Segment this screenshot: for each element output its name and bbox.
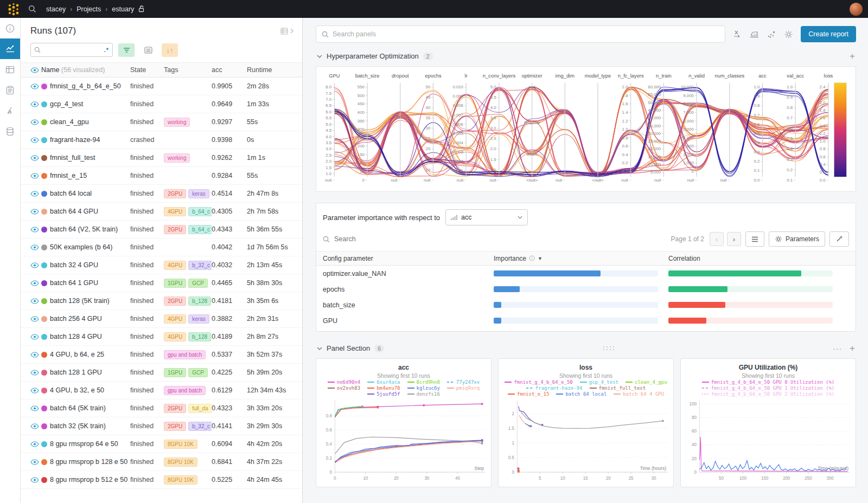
sidebar-item-workspace[interactable] [0, 38, 20, 59]
visibility-eye-icon[interactable] [30, 209, 41, 215]
table-row[interactable]: fmnist_e_15finished0.928455s [21, 167, 302, 185]
visibility-eye-icon[interactable] [30, 280, 41, 286]
sidebar-item-sweeps[interactable] [0, 100, 20, 121]
visibility-eye-icon[interactable] [30, 477, 41, 483]
metric-dropdown[interactable]: acc [445, 209, 528, 225]
legend-item[interactable]: fmnist_g_4_b_64_e_50 GPU 0 Utilization (… [702, 379, 835, 385]
table-row[interactable]: batch 64 4 GPUfinished4GPUb_64_c0.43052h… [21, 203, 302, 221]
sidebar-item-overview[interactable] [0, 18, 20, 38]
importance-row[interactable]: epochs [316, 281, 856, 297]
column-header-runtime[interactable]: Runtime [247, 66, 302, 74]
run-name[interactable]: fragrant-haze-94 [50, 136, 130, 144]
run-name[interactable]: batch 64 (5K train) [50, 404, 130, 412]
run-name[interactable]: 50K examples (b 64) [50, 243, 130, 251]
legend-item[interactable]: clean_4_gpu [626, 379, 667, 385]
legend-item[interactable]: fmnist_g_4_b_64_e_50 GPU 2 Utilization (… [702, 391, 835, 397]
legend-item[interactable]: gcp_4_test [580, 379, 618, 385]
visibility-eye-icon[interactable] [30, 423, 41, 429]
run-name[interactable]: 8 gpu rmsprop 64 e 50 [50, 440, 130, 448]
run-name[interactable]: batch 128 4 GPU [50, 333, 130, 340]
table-row[interactable]: 8 gpu rmsprop b 128 e 50finished8GPU 10K… [21, 453, 302, 471]
visibility-eye-icon[interactable] [30, 352, 41, 358]
table-row[interactable]: batch 256 4 GPUfinished4GPUkeras0.38822h… [21, 310, 302, 328]
sidebar-item-table[interactable] [0, 59, 20, 80]
column-header-acc[interactable]: acc [212, 66, 247, 74]
visibility-eye-icon[interactable] [30, 191, 41, 197]
visibility-eye-icon[interactable] [30, 173, 41, 179]
visibility-eye-icon[interactable] [30, 101, 41, 107]
nav-search-icon[interactable] [28, 5, 36, 13]
column-header-importance[interactable]: Importance ▼ [494, 255, 668, 262]
legend-item[interactable]: kglzuc6y [407, 385, 440, 391]
run-name[interactable]: 8 gpu rmsprop b 128 e 50 [50, 458, 130, 466]
importance-row[interactable]: batch_size [316, 297, 856, 313]
prev-page-button[interactable]: ‹ [710, 232, 724, 246]
visibility-eye-icon[interactable] [30, 137, 41, 143]
visibility-eye-icon[interactable] [30, 405, 41, 411]
add-panel-icon[interactable]: + [850, 51, 855, 61]
table-row[interactable]: batch 32 (5K train)finished2GPUb_32_c0.4… [21, 417, 302, 435]
create-report-button[interactable]: Create report [801, 26, 856, 42]
magic-wand-button[interactable] [829, 231, 849, 247]
visibility-eye-icon[interactable] [30, 334, 41, 340]
legend-item[interactable]: fragrant-haze-94 [526, 385, 583, 391]
list-view-button[interactable] [745, 231, 764, 247]
visibility-eye-icon[interactable] [30, 227, 41, 233]
run-name[interactable]: batch 64 (V2, 5K train) [50, 225, 130, 233]
run-name[interactable]: batch 32 4 GPU [50, 261, 130, 269]
column-header-tags[interactable]: Tags [164, 66, 212, 74]
table-row[interactable]: batch 64 (V2, 5K train)finished2GPUb_64_… [21, 221, 302, 238]
table-row[interactable]: 8 gpu rmsprop b 512 e 50finished8GPU 10K… [21, 471, 302, 489]
breadcrumb-user[interactable]: stacey [46, 5, 66, 13]
chevron-down-icon[interactable] [317, 347, 322, 350]
visibility-eye-icon[interactable] [30, 262, 41, 268]
settings-gear-icon[interactable] [784, 30, 793, 39]
legend-item[interactable]: 5juufd5f [367, 391, 400, 397]
run-name[interactable]: batch 128 1 GPU [50, 369, 130, 376]
run-name[interactable]: 8 gpu rmsprop b 512 e 50 [50, 476, 130, 483]
legend-item[interactable]: fmnist_full_test [590, 385, 646, 391]
run-name[interactable]: 4 GPU, b 32, e 50 [50, 386, 130, 394]
column-header-state[interactable]: State [130, 66, 164, 74]
parallel-coordinates-panel[interactable]: GPU8.07.57.06.56.05.55.04.54.03.53.02.52… [316, 66, 856, 192]
run-name[interactable]: batch 128 (5K train) [50, 297, 130, 305]
table-row[interactable]: batch 32 4 GPUfinished4GPUb_32_c0.40322h… [21, 256, 302, 274]
smoothing-icon[interactable] [750, 30, 759, 38]
panel-search-box[interactable] [316, 25, 725, 43]
next-page-button[interactable]: › [727, 232, 741, 246]
table-row[interactable]: 4 GPU, b 32, e 50finishedgpu and batch0.… [21, 382, 302, 399]
x-axis-settings-icon[interactable] [733, 30, 742, 38]
sidebar-item-reports[interactable] [0, 80, 20, 100]
parameters-button[interactable]: Parameters [769, 231, 825, 247]
table-row[interactable]: batch 128 1 GPUfinished1GPUGCP0.42255h 3… [21, 364, 302, 382]
table-row[interactable]: batch 64 1 GPUfinished1GPUGCP0.44655h 38… [21, 274, 302, 292]
run-name[interactable]: 4 GPU, b 64, e 25 [50, 351, 130, 358]
chart-panel-gpu[interactable]: GPU Utilization (%) Showing first 10 run… [680, 358, 856, 487]
section-title[interactable]: Panel Section [327, 344, 370, 352]
visibility-eye-icon[interactable] [30, 459, 41, 465]
table-row[interactable]: batch 64 (5K train)finished2GPUfull_da0.… [21, 399, 302, 417]
run-name[interactable]: batch 256 4 GPU [50, 315, 130, 323]
run-name[interactable]: batch 64 4 GPU [50, 208, 130, 215]
importance-search-box[interactable] [323, 235, 671, 243]
chart-panel-loss[interactable]: loss Showing first 10 runs fmnist_g_4_b_… [498, 358, 674, 487]
run-name[interactable]: batch 64 1 GPU [50, 279, 130, 287]
panel-search-input[interactable] [333, 30, 719, 38]
group-button[interactable] [140, 43, 156, 57]
legend-item[interactable]: batch 64 local [556, 391, 607, 397]
table-row[interactable]: gcp_4_testfinished0.96491m 33s [21, 95, 302, 113]
legend-item[interactable]: batch 64 4 GPU [614, 391, 664, 397]
visibility-eye-icon[interactable] [30, 388, 41, 394]
runs-search-input[interactable] [43, 46, 104, 54]
legend-item[interactable]: 8crd9hn8 [407, 379, 440, 385]
legend-item[interactable]: bm4wxu70 [367, 385, 400, 391]
sidebar-item-artifacts[interactable] [0, 121, 20, 141]
visibility-eye-icon[interactable] [30, 83, 41, 89]
legend-item[interactable]: 6xur4aca [367, 379, 400, 385]
importance-row[interactable]: GPU [316, 313, 856, 328]
column-header-correlation[interactable]: Correlation [668, 255, 856, 262]
table-row[interactable]: fmnist_full_testfinishedworking0.92621m … [21, 149, 302, 167]
run-name[interactable]: fmnist_g_4_b_64_e_50 [50, 82, 130, 90]
visibility-eye-icon[interactable] [30, 155, 41, 161]
visibility-eye-icon[interactable] [30, 119, 41, 125]
